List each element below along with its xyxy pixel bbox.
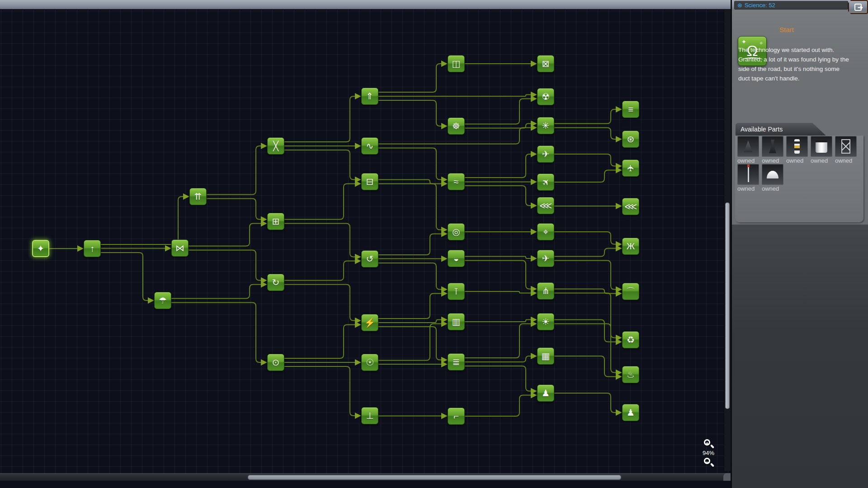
trim-plane-icon: ✈ [542, 254, 550, 263]
crossed-rockets-icon: ╳ [273, 141, 278, 150]
tech-node-adv-rocketry[interactable]: ╳ [267, 137, 284, 155]
parachute-icon: ☂ [159, 296, 167, 305]
tech-node-precision-engines[interactable]: ◎ [448, 223, 465, 240]
tech-node-aviation[interactable]: ✈ [537, 174, 554, 191]
science-points-bar: ⊛ Science: 52 [734, 1, 848, 9]
tech-node-general-rocketry[interactable]: ⇈ [189, 188, 207, 205]
tech-node-aerodynamics[interactable]: ≈ [448, 173, 465, 190]
tech-node-spec-construction[interactable]: ⊟ [361, 173, 378, 190]
tech-node-electrics[interactable]: ⚡ [361, 314, 378, 331]
probe-antenna-icon: ✳ [542, 121, 550, 130]
tech-node-orbital-assembly[interactable]: ⊛ [622, 131, 639, 148]
tech-node-fuel-systems[interactable]: ∿ [361, 137, 378, 155]
tech-node-landing[interactable]: ⊥ [361, 407, 378, 424]
tech-node-hypersonic-flight[interactable]: ✈ [622, 160, 639, 177]
exit-button[interactable] [848, 0, 868, 14]
tech-node-stability[interactable]: ⋈ [171, 239, 189, 257]
science-atom-icon: ⊛ [737, 2, 742, 8]
horizontal-scrollbar-thumb[interactable] [248, 475, 621, 480]
part-tile-fuel-tank-part[interactable] [811, 136, 832, 157]
zoom-level: 94% [698, 450, 719, 456]
tech-node-nuclear-propulsion[interactable]: ☢ [537, 88, 554, 105]
tech-node-basic-rocketry[interactable]: ↑ [84, 240, 101, 257]
kerbal-sparkles-icon: ✦ [37, 244, 45, 253]
tech-node-unmanned-tech[interactable]: ✳ [537, 117, 554, 134]
science-points-label: Science: 52 [745, 2, 775, 9]
vertical-scrollbar[interactable] [724, 10, 731, 471]
pod-cone-part-icon [741, 140, 755, 153]
tech-node-flight-control[interactable]: ↻ [267, 274, 284, 291]
tech-node-adv-landing[interactable]: ⌐ [448, 408, 465, 425]
tech-node-meta-materials[interactable]: ≡ [622, 101, 639, 118]
tech-node-survivability[interactable]: ☂ [154, 292, 171, 309]
available-parts-panel: ownedownedownedownedownedownedowned [735, 136, 863, 222]
antenna-part-icon [748, 167, 749, 182]
tech-node-launch-towers[interactable]: ⇑ [361, 88, 378, 105]
solar-panel-icon: ☀ [542, 317, 550, 326]
research-sidebar: ⊛ Science: 52 ✦ ✧ Ω Start The technology… [731, 0, 868, 488]
tech-node-high-altitude-intakes[interactable]: ⋘ [622, 198, 639, 215]
stack-decoupler-icon: ⊟ [366, 177, 374, 186]
tech-node-heavy-rocketry[interactable]: ◫ [448, 55, 465, 72]
tech-node-heavier-rocketry[interactable]: ⊠ [537, 55, 554, 72]
tech-node-space-exploration[interactable]: ☉ [361, 354, 378, 371]
jetpack-kerbal-icon: ♟ [627, 408, 635, 417]
crossed-antenna-icon: Ж [627, 242, 635, 251]
part-tile-girder-part[interactable] [835, 136, 857, 157]
hex-ring-icon: ⊛ [627, 135, 635, 144]
srb-part-icon [794, 139, 800, 154]
tech-node-adv-antennas[interactable]: Ж [622, 238, 639, 255]
part-status-label: owned [762, 185, 779, 192]
tech-node-electronics[interactable]: ▦ [537, 347, 554, 365]
tech-node-composites[interactable]: ⋔ [537, 282, 554, 300]
part-status-label: owned [786, 157, 803, 164]
part-tile-engine-part[interactable] [762, 136, 783, 157]
vertical-scrollbar-thumb[interactable] [725, 202, 730, 409]
lift-jack-icon: ⊺ [454, 287, 458, 296]
tech-node-adv-electrics[interactable]: ▥ [448, 313, 465, 330]
flask-icon: ♨ [627, 370, 635, 379]
part-status-label: owned [811, 157, 828, 164]
tech-node-comms-dish[interactable]: ⌒ [622, 283, 639, 300]
part-tile-nose-cone-part[interactable] [762, 164, 783, 185]
available-parts-tab: Available Parts [736, 123, 826, 136]
zoom-in-icon[interactable]: + [703, 439, 713, 449]
zoom-out-icon[interactable]: − [703, 457, 713, 467]
tech-node-adv-science-tech[interactable]: ◒ [448, 250, 465, 267]
tech-node-air-intakes[interactable]: ⋘ [537, 197, 554, 214]
stacked-plates-icon: ≡ [628, 105, 633, 114]
tech-node-adv-construction[interactable]: ⊺ [448, 283, 465, 300]
tech-node-recycling-systems[interactable]: ♻ [622, 331, 639, 348]
sidebar-lower-area [732, 225, 868, 488]
tech-node-general-construction[interactable]: ⊞ [267, 213, 284, 230]
tech-tree-canvas[interactable]: ✦↑⇈⋈☂╳⊞↻⊙⇑∿⊟↺⚡☉⊥◫☸≈◎◒⊺▥≣⌐⊠☢✳✈✈⋘⌖✈⋔☀▦♟≡⊛✈… [0, 10, 731, 481]
available-parts-title: Available Parts [736, 126, 783, 133]
tech-node-science-tech[interactable]: ⊙ [267, 354, 284, 371]
tech-node-adv-lab-science[interactable]: ♨ [622, 366, 639, 383]
selected-tech-description: The technology we started out with. Gran… [738, 45, 852, 83]
kerbal-helmet-icon: ☉ [366, 358, 374, 367]
rocket-icon: ↑ [90, 244, 94, 253]
tech-node-solar-tech[interactable]: ☀ [537, 313, 554, 330]
tech-node-adv-field-science[interactable]: ♟ [622, 404, 639, 421]
tech-node-field-science[interactable]: ♟ [537, 385, 554, 402]
part-status-label: owned [737, 185, 755, 192]
shuttle-icon: ✈ [626, 164, 635, 172]
horizontal-scrollbar[interactable] [0, 473, 731, 481]
tech-node-start[interactable]: ✦ [32, 240, 49, 257]
tech-node-adv-flight-control[interactable]: ↺ [361, 250, 378, 267]
tech-node-large-control[interactable]: ⌖ [537, 223, 554, 240]
part-tile-antenna-part[interactable] [737, 164, 759, 185]
selected-tech-title: Start [779, 26, 794, 33]
tech-node-specialized-control[interactable]: ☸ [448, 117, 465, 135]
precision-control-icon: ⌖ [543, 227, 548, 236]
tech-node-supersonic-flight[interactable]: ✈ [537, 145, 554, 163]
tech-node-adv-exploration[interactable]: ≣ [448, 353, 465, 371]
part-tile-pod-cone-part[interactable] [737, 136, 759, 157]
part-tile-srb-part[interactable] [786, 136, 808, 157]
engine-part-icon [769, 140, 777, 153]
tech-node-trim-surfaces[interactable]: ✈ [537, 250, 554, 267]
girder-crane-icon: ⊞ [272, 217, 280, 226]
radiation-icon: ☢ [542, 92, 550, 101]
part-status-label: owned [835, 157, 852, 164]
